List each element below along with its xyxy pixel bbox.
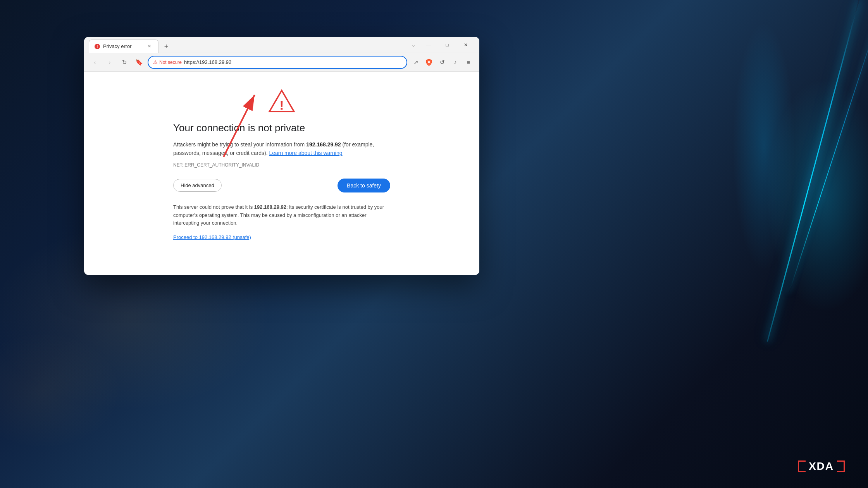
- reload-button[interactable]: ↻: [118, 56, 131, 69]
- back-to-safety-button[interactable]: Back to safety: [338, 179, 390, 192]
- xda-bracket-left: [798, 461, 806, 472]
- close-button[interactable]: ✕: [457, 37, 475, 53]
- warning-area: !: [107, 87, 456, 114]
- xda-bracket-right: [837, 461, 845, 472]
- error-code: NET::ERR_CERT_AUTHORITY_INVALID: [173, 162, 390, 168]
- title-bar: ! Privacy error ✕ + ⌄ — □ ✕: [84, 37, 479, 53]
- not-secure-badge: ⚠ Not secure: [153, 59, 182, 65]
- proceed-link[interactable]: Proceed to 192.168.29.92 (unsafe): [173, 234, 251, 240]
- browser-window: ! Privacy error ✕ + ⌄ — □ ✕: [84, 37, 479, 275]
- share-button[interactable]: ↗: [410, 56, 422, 69]
- brave-shield-button[interactable]: [423, 56, 435, 69]
- error-content: Your connection is not private Attackers…: [173, 122, 390, 241]
- back-button[interactable]: ‹: [89, 56, 101, 69]
- learn-more-link[interactable]: Learn more about this warning: [269, 150, 342, 156]
- error-desc-prefix: Attackers might be trying to steal your …: [173, 141, 306, 148]
- tab-favicon: !: [95, 44, 100, 49]
- not-secure-icon: ⚠: [153, 59, 158, 65]
- button-row: Hide advanced Back to safety: [173, 179, 390, 192]
- error-ip: 192.168.29.92: [306, 141, 341, 148]
- toolbar: ‹ › ↻ 🔖 ⚠ Not secure ↗: [84, 53, 479, 72]
- error-description: Attackers might be trying to steal your …: [173, 140, 390, 158]
- menu-button[interactable]: ≡: [462, 56, 475, 69]
- tab-title: Privacy error: [103, 43, 132, 49]
- neon-line-2: [789, 0, 868, 293]
- maximize-button[interactable]: □: [438, 37, 456, 53]
- address-bar[interactable]: ⚠ Not secure: [148, 56, 407, 69]
- tab-close-button[interactable]: ✕: [146, 43, 153, 50]
- media-button[interactable]: ♪: [449, 56, 462, 69]
- neon-decoration: [674, 0, 868, 488]
- xda-text: XDA: [809, 460, 834, 473]
- xda-logo: XDA: [798, 460, 845, 473]
- advanced-ip: 192.168.29.92: [254, 204, 286, 210]
- tab-list-button[interactable]: ⌄: [407, 37, 420, 53]
- sync-button[interactable]: ↺: [436, 56, 448, 69]
- warning-triangle-icon: !: [266, 87, 297, 114]
- advanced-description: This server could not prove that it is 1…: [173, 203, 390, 227]
- bookmark-button[interactable]: 🔖: [133, 56, 145, 69]
- brave-lion-icon: [425, 58, 433, 67]
- forward-button[interactable]: ›: [103, 56, 116, 69]
- advanced-text-prefix: This server could not prove that it is: [173, 204, 254, 210]
- error-title: Your connection is not private: [173, 122, 390, 134]
- new-tab-button[interactable]: +: [160, 41, 172, 53]
- minimize-button[interactable]: —: [420, 37, 437, 53]
- window-controls: — □ ✕: [420, 37, 475, 53]
- neon-line-1: [767, 0, 859, 342]
- hide-advanced-button[interactable]: Hide advanced: [173, 179, 222, 192]
- toolbar-actions: ↗ ↺ ♪ ≡: [410, 56, 475, 69]
- not-secure-label: Not secure: [159, 60, 182, 65]
- url-input[interactable]: [184, 59, 402, 65]
- tab-strip: ! Privacy error ✕ +: [89, 37, 407, 53]
- page-content: ! Your connection is not private Attacke…: [84, 72, 479, 275]
- svg-text:!: !: [279, 98, 284, 112]
- active-tab[interactable]: ! Privacy error ✕: [89, 40, 158, 53]
